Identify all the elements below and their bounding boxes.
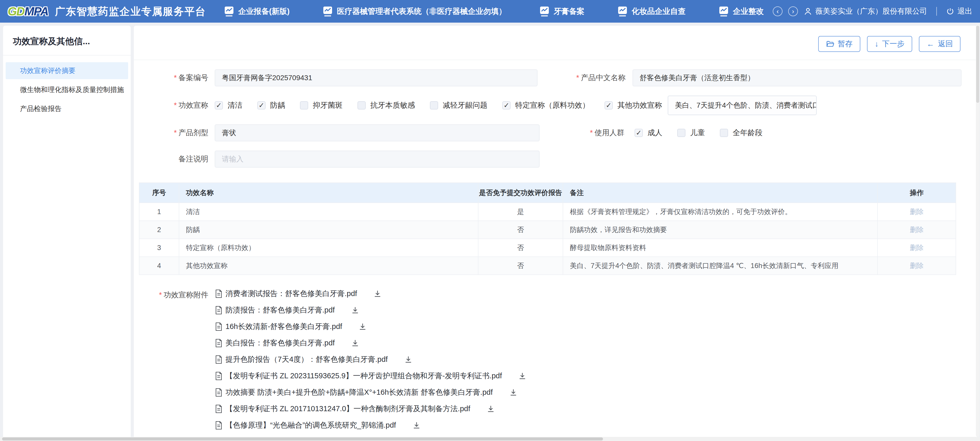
delete-row-button[interactable]: 删除 [910, 244, 924, 252]
download-icon[interactable] [374, 290, 382, 298]
table-header-row: 序号 功效名称 是否免予提交功效评价报告 备注 操作 [139, 183, 956, 203]
delete-row-button[interactable]: 删除 [910, 208, 924, 216]
download-icon[interactable] [358, 323, 367, 331]
checkbox-adult[interactable]: 成人 [635, 128, 662, 138]
download-icon[interactable] [518, 372, 527, 380]
checkbox-icon [358, 101, 366, 109]
attachment-item: 16h长效清新-舒客色修美白牙膏.pdf [215, 321, 527, 332]
attachments-section: *功效宣称附件 消费者测试报告：舒客色修美白牙膏.pdf 防渍报告：舒客色修美白… [144, 288, 977, 441]
folder-icon [826, 40, 834, 48]
checkbox-icon [720, 129, 728, 137]
nav-item-enterprise-report[interactable]: 企业报备(新版) [224, 6, 290, 17]
arrow-down-icon: ↓ [875, 40, 878, 48]
document-icon [215, 305, 223, 315]
arrow-left-icon: ← [927, 40, 934, 48]
horizontal-scrollbar-thumb[interactable] [2, 438, 603, 441]
filing-form: *备案编号 粤国牙膏网备字2025709431 *产品中文名称 舒客色修美白牙膏… [134, 60, 977, 168]
sidebar-menu: 功效宣称评价摘要 微生物和理化指标及质量控制措施 产品检验报告 [3, 56, 131, 117]
nav-item-toothpaste-filing[interactable]: 牙膏备案 [539, 6, 584, 17]
checkbox-anticaries[interactable]: 防龋 [257, 100, 285, 110]
nav-prev-button[interactable]: ‹ [773, 6, 783, 16]
delete-row-button[interactable]: 删除 [910, 262, 924, 270]
line-chart-icon [224, 6, 234, 16]
required-mark: * [173, 74, 177, 82]
document-icon [215, 420, 223, 430]
vertical-scrollbar-thumb[interactable] [976, 26, 979, 103]
checkbox-icon [215, 101, 223, 109]
back-button[interactable]: ← 返回 [919, 36, 961, 52]
sidebar-item-efficacy-summary[interactable]: 功效宣称评价摘要 [6, 62, 128, 79]
cell-no: 4 [139, 257, 179, 275]
cell-exempt: 是 [478, 203, 563, 221]
cell-exempt: 否 [478, 221, 563, 239]
checkbox-antisensitive[interactable]: 抗牙本质敏感 [358, 100, 415, 110]
vertical-scrollbar[interactable] [976, 25, 980, 437]
attachment-link[interactable]: 【发明专利证书 ZL 202311593625.9】一种牙齿护理组合物和牙膏-发… [226, 371, 502, 381]
dosage-form-field[interactable]: 膏状 [215, 125, 539, 141]
checkbox-all-ages[interactable]: 全年龄段 [720, 128, 762, 138]
document-icon [215, 338, 223, 348]
sidebar-item-micro-physchem[interactable]: 微生物和理化指标及质量控制措施 [6, 81, 128, 98]
checkbox-child[interactable]: 儿童 [677, 128, 705, 138]
attachment-link[interactable]: 消费者测试报告：舒客色修美白牙膏.pdf [226, 289, 357, 299]
attachment-link[interactable]: 提升色阶报告（7天4度）：舒客色修美白牙膏.pdf [226, 355, 388, 365]
attachment-item: 消费者测试报告：舒客色修美白牙膏.pdf [215, 288, 527, 299]
checkbox-gum-care[interactable]: 减轻牙龈问题 [430, 100, 487, 110]
form-row-1: *备案编号 粤国牙膏网备字2025709431 *产品中文名称 舒客色修美白牙膏… [144, 69, 961, 86]
nav-item-label: 牙膏备案 [554, 6, 584, 17]
delete-row-button[interactable]: 删除 [910, 226, 924, 233]
top-navbar: GDMPA 广东智慧药监企业专属服务平台 企业报备(新版) 医疗器械管理者代表系… [0, 0, 980, 22]
download-icon[interactable] [351, 306, 359, 314]
other-claim-field[interactable]: 美白、7天提升4个色阶、防渍、消费者测试口腔降温4℃、16h长效清新口气、专利应… [668, 96, 817, 115]
attachment-link[interactable]: 【发明专利证书 ZL 201710131247.0】一种含酶制剂牙膏及其制备方法… [226, 404, 470, 414]
save-draft-button[interactable]: 暂存 [818, 36, 860, 52]
attachment-link[interactable]: 功效摘要 防渍+美白+提升色阶+防龋+降温X°+16h长效清新 舒客色修美白牙膏… [226, 387, 493, 398]
download-icon[interactable] [351, 339, 359, 347]
download-icon[interactable] [509, 388, 517, 396]
record-no-label: *备案编号 [144, 73, 208, 83]
next-step-button[interactable]: ↓ 下一步 [867, 36, 912, 52]
cell-name: 特定宣称（原料功效） [179, 239, 478, 257]
nav-item-enterprise-rectify[interactable]: 企业整改 [719, 6, 764, 17]
account-menu[interactable]: 薇美姿实业（广东）股份有限公司 [803, 6, 927, 16]
cell-no: 1 [139, 203, 179, 221]
download-icon[interactable] [404, 355, 412, 364]
efficacy-label: *功效宣称 [144, 100, 208, 110]
line-chart-icon [617, 6, 628, 16]
attachment-link[interactable]: 16h长效清新-舒客色修美白牙膏.pdf [226, 321, 342, 332]
checkbox-clean[interactable]: 清洁 [215, 100, 242, 110]
record-no-field[interactable]: 粤国牙膏网备字2025709431 [215, 69, 538, 86]
nav-item-medical-device[interactable]: 医疗器械管理者代表系统（非医疗器械企业勿填） [323, 6, 506, 17]
attachments-label: *功效宣称附件 [144, 288, 208, 441]
remark-input[interactable] [215, 150, 539, 168]
checkbox-icon [257, 101, 266, 109]
nav-item-label: 医疗器械管理者代表系统（非医疗器械企业勿填） [337, 6, 506, 17]
top-nav-menu: 企业报备(新版) 医疗器械管理者代表系统（非医疗器械企业勿填） 牙膏备案 化妆品… [224, 6, 764, 17]
document-icon [215, 289, 223, 299]
cell-remark: 根据《牙膏资料管理规定》，牙膏仅宣称清洁功效的，可免于功效评价。 [563, 203, 878, 221]
download-icon[interactable] [412, 421, 421, 430]
download-icon[interactable] [487, 405, 495, 413]
checkbox-specific-claim[interactable]: 特定宣称（原料功效） [502, 100, 590, 110]
attachment-link[interactable]: 防渍报告：舒客色修美白牙膏.pdf [226, 305, 335, 315]
logout-button[interactable]: 退出 [946, 6, 972, 16]
sidebar-item-inspection-report[interactable]: 产品检验报告 [6, 100, 128, 117]
horizontal-scrollbar[interactable] [0, 437, 980, 441]
product-name-field[interactable]: 舒客色修美白牙膏（活意初生香型） [633, 69, 961, 86]
cell-exempt: 否 [478, 239, 563, 257]
nav-item-label: 企业报备(新版) [238, 6, 290, 17]
chevron-right-icon: › [792, 8, 794, 14]
cell-remark: 美白、7天提升4个色阶、防渍、消费者测试口腔降温4 ℃、16h长效清新口气、专利… [563, 257, 878, 275]
col-header-no: 序号 [139, 183, 179, 203]
cell-name: 清洁 [179, 203, 478, 221]
attachment-link[interactable]: 美白报告：舒客色修美白牙膏.pdf [226, 338, 335, 348]
nav-item-cosmetics-selfcheck[interactable]: 化妆品企业自查 [617, 6, 686, 17]
line-chart-icon [323, 6, 333, 16]
table-row: 3 特定宣称（原料功效） 否 酵母提取物原料资料资料 删除 [139, 239, 956, 257]
users-label: *使用人群 [578, 128, 624, 138]
attachment-link[interactable]: 【色修原理】“光色融合”的调色系统研究_郭锦涌.pdf [226, 420, 396, 430]
checkbox-antiplaque[interactable]: 抑牙菌斑 [300, 100, 343, 110]
checkbox-other-claim[interactable]: 其他功效宣称 [605, 100, 662, 110]
topbar-right: ‹ › 薇美姿实业（广东）股份有限公司 退出 [773, 6, 972, 16]
nav-next-button[interactable]: › [788, 6, 798, 16]
